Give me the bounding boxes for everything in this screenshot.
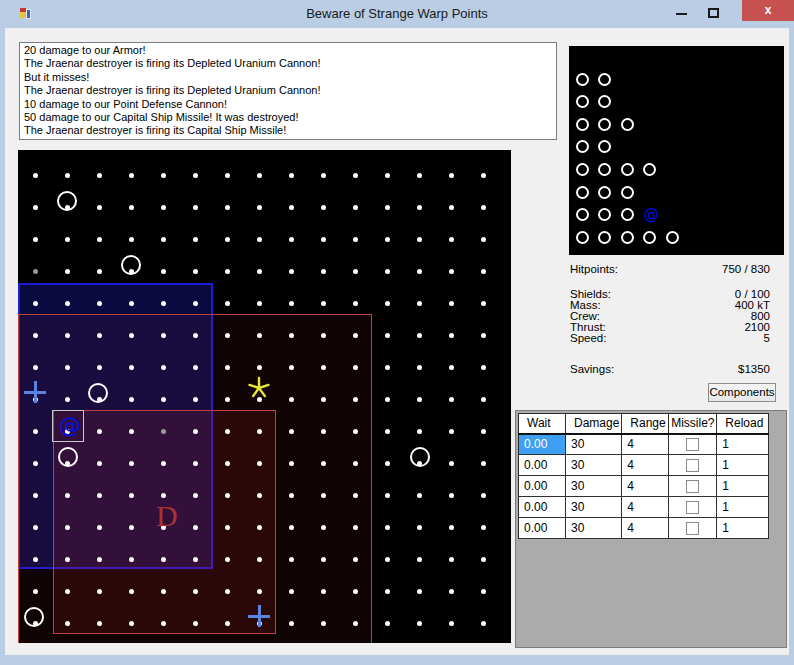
grid-dot (257, 173, 262, 178)
grid-dot (225, 621, 230, 626)
cell-reload[interactable]: 1 (717, 497, 769, 518)
grid-dot (193, 173, 198, 178)
grid-dot (385, 333, 390, 338)
components-button[interactable]: Components (708, 383, 776, 402)
grid-dot (353, 525, 358, 530)
grid-dot (321, 173, 326, 178)
unit-circle-icon[interactable] (88, 383, 108, 403)
battle-grid[interactable]: @D (18, 150, 511, 643)
cell-missile[interactable] (669, 434, 717, 455)
grid-dot (65, 173, 70, 178)
grid-dot (353, 397, 358, 402)
grid-dot (449, 237, 454, 242)
grid-dot (161, 557, 166, 562)
unit-circle-icon[interactable] (58, 447, 78, 467)
grid-dot (129, 621, 134, 626)
column-header-damage[interactable]: Damage (566, 414, 622, 434)
combat-log[interactable]: 20 damage to our Armor!The Jraenar destr… (19, 42, 557, 140)
enemy-ship-letter[interactable]: D (156, 501, 178, 531)
missile-checkbox[interactable] (686, 459, 699, 472)
cell-range[interactable]: 4 (622, 497, 669, 518)
title-bar[interactable]: Beware of Strange Warp Points x (0, 0, 794, 28)
cell-range[interactable]: 4 (622, 455, 669, 476)
grid-dot (257, 205, 262, 210)
grid-dot (161, 493, 166, 498)
column-header-wait[interactable]: Wait (519, 414, 566, 434)
cell-reload[interactable]: 1 (717, 518, 769, 539)
minimize-button[interactable] (668, 3, 694, 23)
grid-dot (385, 621, 390, 626)
grid-dot (417, 269, 422, 274)
grid-dot (449, 557, 454, 562)
grid-dot (417, 589, 422, 594)
stat-value: 750 / 830 (722, 264, 770, 275)
grid-dot (289, 301, 294, 306)
cell-range[interactable]: 4 (622, 476, 669, 497)
grid-dot (417, 173, 422, 178)
missile-checkbox[interactable] (686, 438, 699, 451)
cell-damage[interactable]: 30 (566, 434, 622, 455)
unit-circle-icon[interactable] (410, 447, 430, 467)
cell-wait[interactable]: 0.00 (519, 476, 566, 497)
grid-dot (417, 557, 422, 562)
grid-dot (33, 173, 38, 178)
column-header-missile[interactable]: Missile? (669, 414, 717, 434)
cell-missile[interactable] (669, 476, 717, 497)
missile-checkbox[interactable] (686, 522, 699, 535)
unit-circle-icon[interactable] (24, 607, 44, 627)
grid-dot (449, 525, 454, 530)
grid-dot (97, 557, 102, 562)
grid-dot (193, 301, 198, 306)
cell-missile[interactable] (669, 518, 717, 539)
missile-checkbox[interactable] (686, 480, 699, 493)
component-circle-icon (621, 186, 634, 199)
cell-missile[interactable] (669, 497, 717, 518)
cell-wait[interactable]: 0.00 (519, 434, 566, 455)
unit-circle-icon[interactable] (57, 191, 77, 211)
grid-dot (225, 525, 230, 530)
grid-dot (65, 333, 70, 338)
cell-damage[interactable]: 30 (566, 476, 622, 497)
column-header-range[interactable]: Range (622, 414, 669, 434)
ship-stats: Hitpoints:750 / 830Shields:0 / 100Mass:4… (570, 264, 770, 375)
grid-dot (289, 493, 294, 498)
plus-marker-icon[interactable] (247, 604, 271, 628)
maximize-icon (708, 8, 719, 18)
unit-circle-icon[interactable] (121, 255, 141, 275)
cell-damage[interactable]: 30 (566, 455, 622, 476)
grid-dot (33, 237, 38, 242)
stat-row: Savings:$1350 (570, 364, 770, 375)
grid-dot (97, 429, 102, 434)
cell-damage[interactable]: 30 (566, 518, 622, 539)
asterisk-marker-icon[interactable] (247, 376, 271, 400)
cell-wait[interactable]: 0.00 (519, 497, 566, 518)
grid-dot (33, 557, 38, 562)
grid-dot (289, 333, 294, 338)
cell-wait[interactable]: 0.00 (519, 455, 566, 476)
cell-wait[interactable]: 0.00 (519, 518, 566, 539)
cell-reload[interactable]: 1 (717, 455, 769, 476)
weapons-table[interactable]: WaitDamageRangeMissile?Reload 0.0030410.… (518, 413, 769, 539)
cell-damage[interactable]: 30 (566, 497, 622, 518)
cell-range[interactable]: 4 (622, 434, 669, 455)
column-header-reload[interactable]: Reload (717, 414, 769, 434)
grid-dot (321, 397, 326, 402)
player-ship-at[interactable]: @ (59, 415, 81, 437)
weapons-table-header-row: WaitDamageRangeMissile?Reload (519, 414, 769, 434)
close-button[interactable]: x (742, 0, 794, 21)
grid-dot (97, 493, 102, 498)
cell-missile[interactable] (669, 455, 717, 476)
grid-dot (385, 237, 390, 242)
cell-range[interactable]: 4 (622, 518, 669, 539)
grid-dot (193, 269, 198, 274)
cell-reload[interactable]: 1 (717, 434, 769, 455)
maximize-button[interactable] (700, 3, 726, 23)
grid-dot (481, 493, 486, 498)
plus-marker-icon[interactable] (23, 380, 47, 404)
missile-checkbox[interactable] (686, 501, 699, 514)
cell-reload[interactable]: 1 (717, 476, 769, 497)
grid-dot (481, 269, 486, 274)
grid-dot (193, 429, 198, 434)
grid-dot (225, 237, 230, 242)
grid-dot (385, 461, 390, 466)
